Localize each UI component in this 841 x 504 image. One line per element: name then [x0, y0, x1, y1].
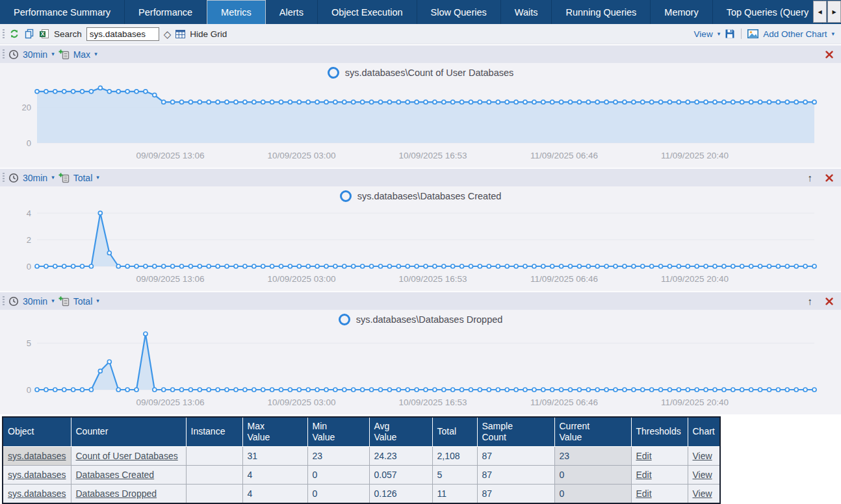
grid-icon[interactable] — [175, 30, 185, 38]
interval-dropdown[interactable]: 30min — [23, 49, 47, 60]
thresholds-link[interactable]: Edit — [636, 470, 652, 480]
object-link[interactable]: sys.databases — [8, 470, 66, 480]
cell-chart: View — [688, 447, 720, 466]
aggregate-dropdown[interactable]: Total — [73, 173, 93, 183]
cell-max: 31 — [242, 447, 307, 466]
x-tick-label: 09/09/2025 13:06 — [136, 151, 204, 160]
y-tick-label: 4 — [27, 208, 31, 218]
table-row: sys.databasesDatabases Created400.057587… — [3, 466, 720, 485]
move-chart-up-icon[interactable]: ↑ — [808, 296, 813, 306]
metrics-grid: ObjectCounterInstanceMaxValueMinValueAvg… — [0, 414, 841, 504]
cell-min: 0 — [307, 466, 369, 485]
close-chart-icon[interactable] — [825, 297, 833, 305]
save-icon[interactable] — [725, 29, 735, 39]
tab-alerts[interactable]: Alerts — [266, 0, 318, 24]
counter-link[interactable]: Count of User Databases — [76, 451, 178, 461]
column-header-object[interactable]: Object — [3, 417, 71, 447]
cell-thresholds: Edit — [631, 485, 688, 504]
tab-waits[interactable]: Waits — [501, 0, 552, 24]
chart-link[interactable]: View — [693, 488, 712, 499]
x-tick-label: 09/09/2025 13:06 — [136, 274, 204, 284]
tab-performance-summary[interactable]: Performance Summary — [0, 0, 125, 24]
svg-text:X: X — [41, 31, 45, 37]
aggregate-caret-icon: ▾ — [96, 175, 99, 181]
excel-export-icon[interactable]: X — [39, 29, 49, 39]
eraser-icon[interactable]: ◇ — [164, 29, 172, 39]
chart-plot: 02009/09/2025 13:0610/09/2025 03:0010/09… — [0, 82, 841, 165]
object-link[interactable]: sys.databases — [8, 451, 66, 461]
move-chart-up-icon[interactable]: ↑ — [808, 173, 813, 183]
y-tick-label: 20 — [22, 103, 31, 112]
tab-scroll-right-button[interactable]: ▶ — [827, 1, 841, 23]
hide-grid-button[interactable]: Hide Grid — [190, 29, 227, 39]
panel-grip-handle[interactable] — [3, 173, 5, 183]
column-header-chart[interactable]: Chart — [688, 417, 720, 447]
column-header-thresholds[interactable]: Thresholds — [631, 417, 688, 447]
x-tick-label: 11/09/2025 06:46 — [530, 151, 598, 160]
chart-panel-sys-databases-count-of-user-databases: 30min▾Max▾sys.databases\Count of User Da… — [0, 44, 841, 168]
thresholds-link[interactable]: Edit — [636, 451, 652, 461]
panel-grip-handle[interactable] — [3, 296, 5, 306]
aggregate-dropdown[interactable]: Max — [73, 49, 90, 60]
toolbar-grip-handle[interactable] — [3, 29, 5, 39]
tab-top-queries-query[interactable]: Top Queries (Query — [713, 0, 823, 24]
table-row: sys.databasesDatabases Dropped400.126118… — [3, 485, 720, 504]
column-header-counter[interactable]: Counter — [71, 417, 186, 447]
x-tick-label: 10/09/2025 03:00 — [267, 274, 335, 284]
tab-slow-queries[interactable]: Slow Queries — [417, 0, 501, 24]
column-header-total[interactable]: Total — [432, 417, 477, 447]
aggregate-icon — [58, 49, 70, 60]
cell-current: 23 — [554, 447, 631, 466]
chart-link[interactable]: View — [693, 470, 712, 480]
chart-svg-holder[interactable]: 0509/09/2025 13:0610/09/2025 03:0010/09/… — [0, 329, 841, 414]
tab-object-execution[interactable]: Object Execution — [318, 0, 417, 24]
interval-dropdown[interactable]: 30min — [23, 173, 47, 183]
chart-title-label: sys.databases\Databases Created — [357, 191, 502, 201]
tab-scroll-left-button[interactable]: ◀ — [813, 1, 827, 23]
column-header-min-value[interactable]: MinValue — [307, 417, 369, 447]
cell-object: sys.databases — [3, 485, 71, 504]
chart-legend: sys.databases\Databases Created — [0, 186, 841, 205]
panel-grip-handle[interactable] — [3, 49, 5, 59]
object-link[interactable]: sys.databases — [8, 488, 66, 499]
tab-memory[interactable]: Memory — [651, 0, 712, 24]
add-other-chart-button[interactable]: Add Other Chart — [763, 29, 827, 39]
search-input[interactable] — [86, 27, 159, 41]
tab-metrics[interactable]: Metrics — [207, 0, 266, 24]
close-chart-icon[interactable] — [825, 51, 833, 58]
add-other-chart-caret-icon: ▾ — [831, 31, 835, 37]
chart-panel-toolbar: 30min▾Total▾↑ — [0, 169, 841, 186]
copy-icon[interactable] — [24, 29, 34, 39]
column-header-avg-value[interactable]: AvgValue — [369, 417, 432, 447]
view-caret-icon: ▾ — [718, 31, 721, 37]
column-header-current-value[interactable]: CurrentValue — [554, 417, 631, 447]
counter-link[interactable]: Databases Dropped — [76, 488, 157, 499]
aggregate-dropdown[interactable]: Total — [73, 296, 93, 307]
aggregate-caret-icon: ▾ — [94, 51, 97, 57]
column-header-max-value[interactable]: MaxValue — [242, 417, 307, 447]
counter-link[interactable]: Databases Created — [76, 470, 155, 480]
thresholds-link[interactable]: Edit — [636, 488, 652, 499]
chart-link[interactable]: View — [693, 451, 712, 461]
tab-performance[interactable]: Performance — [125, 0, 207, 24]
chart-title-label: sys.databases\Count of User Databases — [345, 68, 514, 78]
view-dropdown[interactable]: View — [694, 29, 713, 39]
y-tick-label: 0 — [27, 385, 31, 395]
refresh-icon[interactable] — [9, 29, 19, 39]
chart-panels: 30min▾Max▾sys.databases\Count of User Da… — [0, 44, 841, 414]
tab-running-queries[interactable]: Running Queries — [552, 0, 651, 24]
column-header-instance[interactable]: Instance — [186, 417, 242, 447]
chart-svg-holder[interactable]: 02009/09/2025 13:0610/09/2025 03:0010/09… — [0, 82, 841, 168]
cell-current: 0 — [554, 485, 631, 504]
interval-dropdown[interactable]: 30min — [23, 296, 47, 307]
column-header-sample-count[interactable]: SampleCount — [477, 417, 554, 447]
cell-chart: View — [688, 466, 720, 485]
chart-panel-toolbar: 30min▾Total▾↑ — [0, 292, 841, 310]
cell-chart: View — [688, 485, 720, 504]
close-chart-icon[interactable] — [825, 174, 833, 182]
chart-plot: 0509/09/2025 13:0610/09/2025 03:0010/09/… — [0, 329, 841, 412]
x-tick-label: 11/09/2025 06:46 — [530, 397, 598, 407]
chart-svg-holder[interactable]: 02409/09/2025 13:0610/09/2025 03:0010/09… — [0, 205, 841, 291]
cell-samples: 87 — [477, 447, 554, 466]
aggregate-icon — [58, 296, 70, 307]
